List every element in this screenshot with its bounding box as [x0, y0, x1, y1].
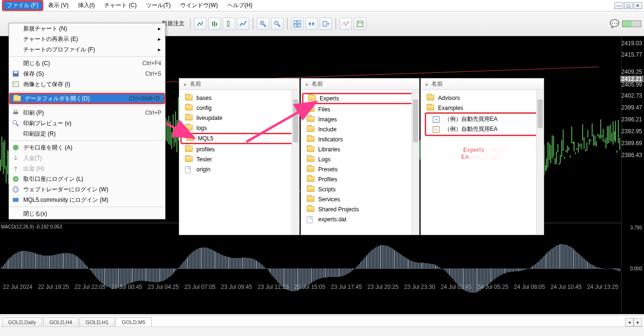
folder-item-presets[interactable]: Presets [302, 164, 418, 174]
folder-item-sharedprojects[interactable]: Shared Projects [302, 204, 418, 214]
menu-item-l[interactable]: 取引口座にログイン (L) [9, 174, 165, 184]
folder-item-ea[interactable]: ⬧（例）自動売買用EA [428, 114, 537, 124]
explorer-header[interactable]: ▸名前 [421, 79, 544, 90]
menu-window[interactable]: ウインドウ(W) [176, 0, 223, 11]
close-button[interactable]: ✕ [634, 2, 642, 9]
folder-icon [185, 146, 193, 153]
folder-item-services[interactable]: Services [302, 194, 418, 204]
menu-item-p[interactable]: 印刷 (P)Ctrl+P [9, 108, 165, 118]
menu-item-i[interactable]: 画像として保存 (I) [9, 79, 165, 89]
folder-icon [307, 156, 314, 163]
tab-scroll-left[interactable]: ◂ [625, 318, 634, 326]
folder-icon [185, 115, 193, 121]
menu-item-t: 入金(T) [9, 153, 165, 163]
folder-item-expertsdat[interactable]: experts.dat [302, 214, 418, 224]
menu-insert[interactable]: 挿入(I) [73, 0, 99, 11]
menu-file[interactable]: ファイル (F) [2, 0, 43, 11]
mql5-icon [11, 196, 20, 204]
menu-item-e[interactable]: チャートの再表示 (E)▸ [9, 34, 165, 44]
explorer-header[interactable]: ▸名前 [179, 79, 299, 90]
scrollbar[interactable] [536, 90, 544, 235]
menu-item-v[interactable]: 印刷プレビュー (v) [9, 118, 165, 128]
folder-icon [307, 116, 314, 123]
explorer-header[interactable]: ▸名前 [301, 79, 419, 90]
tool-grid-icon[interactable] [291, 18, 303, 30]
folder-item-logs[interactable]: logs [180, 123, 298, 133]
menu-item-mql5communitym[interactable]: MQL5.community にログイン (M) [9, 195, 165, 205]
menu-help[interactable]: ヘルプ(H) [223, 0, 257, 11]
tool-shift-icon[interactable] [320, 18, 332, 30]
tool-templates-icon[interactable] [354, 18, 366, 30]
macd-label: MACD(12,26,9) -0.192 0.053 [1, 224, 62, 229]
menu-item-d[interactable]: データフォルダを開く(D)Ctrl+Shift+D [9, 93, 165, 104]
svg-point-30 [13, 187, 19, 192]
tab-gold-m5[interactable]: GOLD,M5 [116, 317, 152, 327]
folder-item-tester[interactable]: Tester [180, 154, 298, 164]
menu-item-x[interactable]: 閉じる(x) [9, 208, 165, 219]
folder-icon [307, 206, 314, 213]
menu-tools[interactable]: ツール(T) [141, 0, 175, 11]
scrollbar[interactable] [292, 90, 299, 235]
tab-scroll-right[interactable]: ▸ [634, 318, 642, 326]
menu-item-s[interactable]: 保存 (S)Ctrl+S [9, 69, 165, 79]
blank-icon [11, 59, 20, 67]
svg-rect-24 [13, 112, 18, 114]
menu-view[interactable]: 表示 (V) [43, 0, 73, 11]
scrollbar[interactable] [411, 90, 419, 235]
folder-item-experts[interactable]: Experts [302, 93, 418, 104]
file-icon [307, 216, 314, 223]
svg-rect-21 [14, 71, 18, 73]
svg-rect-13 [294, 20, 297, 23]
svg-rect-22 [13, 82, 19, 87]
folder-item-origin[interactable]: origin [180, 164, 298, 174]
tool-chart-4-icon[interactable] [237, 18, 249, 30]
annotation-callout: 「Experts」直下が EAの格納場所。 [423, 147, 541, 161]
statusbar [0, 326, 644, 336]
tool-chart-1-icon[interactable] [194, 18, 206, 30]
connection-status[interactable] [622, 20, 641, 27]
cloud-icon[interactable]: 💬 [610, 19, 619, 28]
menu-item-f[interactable]: チャートのプロファイル (F)▸ [9, 44, 165, 55]
menu-item-c[interactable]: 閉じる (C)Ctrl+F4 [9, 58, 165, 69]
tool-chart-2-icon[interactable] [208, 18, 221, 30]
folder-item-files[interactable]: Files [302, 104, 418, 114]
menu-chart[interactable]: チャート (C) [99, 0, 141, 11]
zoom-in-icon[interactable] [257, 18, 269, 30]
folder-item-bases[interactable]: bases [180, 93, 298, 103]
folder-item-ea[interactable]: ⬧（例）自動売買用EA [428, 124, 537, 134]
menu-item-r[interactable]: 印刷設定 (R) [9, 128, 165, 139]
tab-gold-daily[interactable]: GOLD,Daily [2, 317, 42, 326]
tool-indicators-icon[interactable] [340, 18, 352, 30]
menu-item-n[interactable]: 新規チャート (N)▸ [9, 23, 165, 34]
folder-item-advisors[interactable]: Advisors [422, 93, 543, 103]
svg-point-23 [14, 83, 16, 85]
zoom-out-icon[interactable] [271, 18, 283, 30]
save-icon [11, 70, 20, 78]
tab-gold-h4[interactable]: GOLD,H4 [43, 317, 78, 326]
time-axis: 22 Jul 202422 Jul 19:2522 Jul 22:0523 Ju… [0, 284, 621, 290]
maximize-button[interactable]: ▢ [624, 2, 633, 9]
folder-item-examples[interactable]: Examples [422, 103, 543, 113]
folder-item-config[interactable]: config [180, 103, 298, 113]
folder-item-libraries[interactable]: Libraries [302, 144, 418, 154]
ea-icon: ⬧ [433, 126, 440, 133]
menu-item-w[interactable]: ウェブトレーダーにログイン (W) [9, 184, 165, 195]
folder-item-liveupdate[interactable]: liveupdate [180, 113, 298, 123]
menu-item-a[interactable]: デモ口座を開く (A) [9, 142, 165, 153]
tool-chart-3-icon[interactable] [223, 18, 235, 30]
folder-icon [307, 126, 314, 133]
folder-icon [427, 105, 434, 111]
folder-item-indicators[interactable]: Indicators [302, 134, 418, 144]
folder-item-profiles[interactable]: Profiles [302, 174, 418, 184]
folder-icon [307, 176, 314, 183]
folder-item-mql5[interactable]: MQL5 [180, 133, 298, 144]
minimize-button[interactable]: — [615, 2, 623, 9]
tool-scroll-icon[interactable] [305, 18, 318, 30]
folder-item-images[interactable]: Images [302, 114, 418, 124]
folder-item-logs[interactable]: Logs [302, 154, 418, 164]
folder-item-include[interactable]: Include [302, 124, 418, 134]
folder-item-profiles[interactable]: profiles [180, 144, 298, 154]
blank-icon [11, 46, 20, 53]
tab-gold-h1[interactable]: GOLD,H1 [79, 317, 115, 326]
folder-item-scripts[interactable]: Scripts [302, 184, 418, 194]
